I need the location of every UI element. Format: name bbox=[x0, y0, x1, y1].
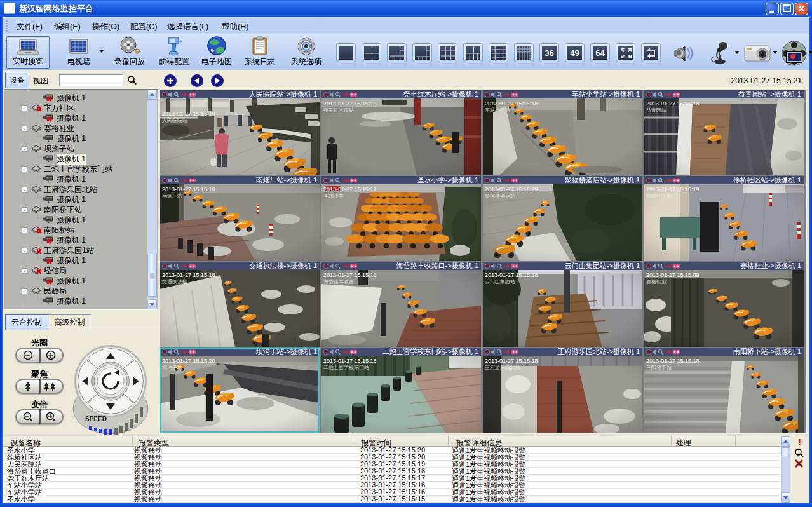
svg-text:海岱路丰收路口: 海岱路丰收路口 bbox=[323, 279, 359, 285]
svg-text:车站小学站: 车站小学站 bbox=[485, 107, 510, 113]
svg-text:2013-01-27 15:15:18: 2013-01-27 15:15:18 bbox=[646, 100, 700, 107]
svg-text:圣水小学: 圣水小学 bbox=[323, 193, 344, 199]
svg-text:2013-01-27 15:15:18: 2013-01-27 15:15:18 bbox=[162, 272, 215, 278]
svg-text:2013-01-27 15:15:18: 2013-01-27 15:15:18 bbox=[646, 358, 700, 364]
svg-text:2013-01-27 15:15:18: 2013-01-27 15:15:18 bbox=[323, 358, 377, 364]
svg-text:2013-01-27 15:15:16: 2013-01-27 15:15:16 bbox=[323, 100, 377, 107]
svg-text:二炮士官学校东门站: 二炮士官学校东门站 bbox=[323, 365, 369, 370]
svg-text:2013-01-27 15:15:19: 2013-01-27 15:15:19 bbox=[162, 111, 215, 117]
svg-text:2013-01-27 15:15:17: 2013-01-27 15:15:17 bbox=[323, 186, 377, 193]
svg-text:2013-01-27 15:15:19: 2013-01-27 15:15:19 bbox=[485, 186, 538, 193]
svg-text:2013-01-27 15:15:19: 2013-01-27 15:15:19 bbox=[162, 186, 215, 193]
svg-text:尧王红木厅站: 尧王红木厅站 bbox=[323, 107, 354, 113]
svg-text:聚福楼酒店站: 聚福楼酒店站 bbox=[485, 193, 515, 199]
svg-text:2013-01-27 15:15:09: 2013-01-27 15:15:09 bbox=[646, 272, 700, 278]
svg-text:人民医院站: 人民医院站 bbox=[161, 118, 187, 123]
svg-text:云门山集团站: 云门山集团站 bbox=[485, 279, 515, 285]
svg-text:2013-01-27 15:15:18: 2013-01-27 15:15:18 bbox=[485, 272, 538, 278]
svg-text:南烟厂站: 南烟厂站 bbox=[162, 193, 182, 199]
svg-text:南阳桥下站: 南阳桥下站 bbox=[646, 365, 672, 370]
svg-text:2013-01-27 15:15:19: 2013-01-27 15:15:19 bbox=[646, 186, 700, 193]
svg-text:徐桥社区站: 徐桥社区站 bbox=[646, 193, 672, 199]
svg-text:王府游乐园北站: 王府游乐园北站 bbox=[484, 365, 520, 370]
svg-text:交通执法楼: 交通执法楼 bbox=[162, 278, 187, 285]
svg-text:SPEED: SPEED bbox=[85, 416, 107, 422]
svg-text:益青园站: 益青园站 bbox=[646, 107, 667, 113]
svg-text:赛格鞋业: 赛格鞋业 bbox=[646, 279, 667, 285]
svg-text:2013-01-27 15:15:16: 2013-01-27 15:15:16 bbox=[323, 272, 377, 278]
svg-text:2013-01-27 15:15:18: 2013-01-27 15:15:18 bbox=[485, 100, 538, 107]
svg-text:2013-01-27 15:15:18: 2013-01-27 15:15:18 bbox=[485, 358, 538, 364]
